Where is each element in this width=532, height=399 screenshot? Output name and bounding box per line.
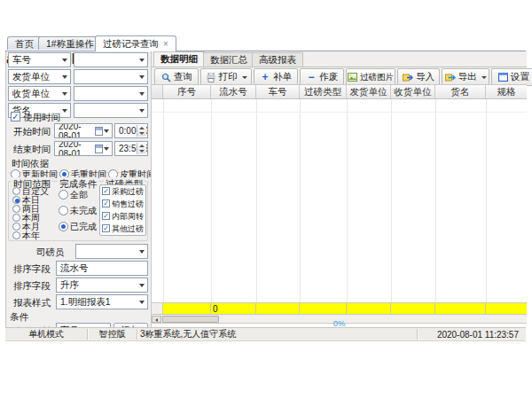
report-style-combo[interactable]: 1.明细报表1 — [56, 294, 148, 309]
sort-field-input[interactable]: 流水号 — [56, 261, 148, 276]
status-datetime-label: 2020-08-01 11:23:57 — [437, 330, 519, 340]
tab-home-label: 首页 — [15, 38, 34, 49]
col-receiver-unit-label: 收货单位 — [395, 86, 432, 98]
chevron-down-icon — [104, 129, 109, 133]
subtab-advanced-report[interactable]: 高级报表 — [252, 52, 303, 66]
col-sender-unit[interactable]: 发货单位 — [347, 85, 391, 98]
weigh-photo-button[interactable]: 过磅图片 — [346, 68, 395, 86]
col-spec[interactable]: 规格 — [486, 85, 527, 98]
void-button[interactable]: − 作废 — [300, 68, 344, 86]
printer-icon — [206, 72, 216, 82]
col-goods-name-label: 货名 — [451, 86, 470, 98]
range-week-radio[interactable] — [12, 214, 20, 222]
settings-label: 设置 — [511, 71, 529, 83]
status-edition-label: 智控版 — [99, 328, 126, 340]
finish-all-radio[interactable] — [59, 190, 68, 200]
start-time-label: 开始时间 — [13, 125, 51, 137]
type-other-checkbox[interactable]: ✓ — [102, 224, 110, 232]
minus-icon: − — [306, 72, 317, 82]
end-date-picker[interactable]: 2020-08-01 — [54, 141, 113, 156]
start-time-spinner[interactable]: 0:00:00 — [114, 123, 148, 138]
sender-unit-field-select[interactable]: 发货单位 — [8, 69, 71, 84]
type-sale-label: 销售过磅 — [112, 198, 144, 210]
subtab-data-summary[interactable]: 数据汇总 — [203, 52, 254, 66]
col-weigh-type[interactable]: 过磅类型 — [300, 85, 347, 98]
main-area: ateController 车号 发货单位 收货单位 货名 ✓ 使用时间 开始时… — [5, 51, 526, 327]
type-purchase-label: 采购过磅 — [112, 185, 144, 198]
sort-order-value: 升序 — [60, 279, 79, 292]
report-style-value: 1.明细报表1 — [60, 296, 111, 309]
chevron-down-icon — [139, 92, 145, 96]
subtab-advanced-report-label: 高级报表 — [259, 54, 296, 65]
summary-row: 0 — [152, 302, 527, 314]
end-date-value: 2020-08-01 — [59, 141, 94, 156]
receiver-unit-field-select[interactable]: 收货单位 — [8, 86, 71, 101]
status-system-label: 3称重系统,无人值守系统 — [140, 328, 236, 340]
type-internal-checkbox[interactable]: ✓ — [102, 212, 110, 220]
range-twodays-radio[interactable] — [12, 205, 20, 213]
chevron-down-icon — [242, 76, 247, 79]
row-indicator-header — [152, 85, 163, 98]
col-serial[interactable]: 序号 — [163, 85, 211, 98]
sort-order-combo[interactable]: 升序 — [56, 278, 148, 293]
supplement-button[interactable]: + 补单 — [254, 68, 298, 86]
close-icon[interactable]: × — [163, 39, 168, 49]
subtab-data-detail[interactable]: 数据明细 — [153, 51, 205, 66]
receiver-unit-value-combo[interactable] — [74, 86, 148, 101]
weigher-label: 司磅员 — [36, 246, 65, 258]
export-label: 导出 — [458, 71, 477, 83]
tab-weigh-record-query[interactable]: 过磅记录查询× — [95, 35, 176, 51]
goods-name-value-combo[interactable] — [74, 103, 148, 118]
finish-finished-radio[interactable] — [59, 222, 68, 231]
type-sale-checkbox[interactable]: ✓ — [102, 200, 110, 207]
main-tabstrip: 首页 1#称重操作 过磅记录查询× — [5, 35, 526, 51]
void-label: 作废 — [319, 71, 338, 83]
tab-home[interactable]: 首页 — [7, 36, 42, 50]
col-vehicle-no-label: 车号 — [269, 86, 287, 98]
col-goods-name[interactable]: 货名 — [435, 85, 486, 98]
col-spec-label: 规格 — [497, 86, 516, 98]
use-time-checkbox[interactable]: ✓ — [11, 112, 20, 121]
query-button[interactable]: 查询 — [154, 68, 199, 86]
col-receiver-unit[interactable]: 收货单位 — [391, 85, 435, 98]
calendar-icon — [95, 145, 103, 153]
summary-cell — [486, 303, 527, 314]
finish-unfinished-radio[interactable] — [59, 206, 68, 215]
summary-cell — [256, 303, 300, 314]
receiver-unit-field-label: 收货单位 — [12, 88, 50, 100]
vehicle-no-value-combo[interactable] — [74, 52, 148, 67]
table-header: 序号 流水号 车号 过磅类型 发货单位 收货单位 货名 规格 — [152, 84, 527, 99]
sender-unit-value-combo[interactable] — [74, 69, 148, 84]
status-mode-label: 单机模式 — [28, 328, 64, 340]
spinner-icon[interactable] — [137, 125, 146, 137]
range-year-radio[interactable] — [12, 231, 20, 239]
end-time-spinner[interactable]: 23:59:59 — [114, 141, 148, 156]
chevron-down-icon — [62, 59, 67, 62]
chevron-down-icon — [104, 147, 109, 151]
range-today-radio[interactable] — [12, 196, 20, 204]
tab-weighing-operation-label: 1#称重操作 — [46, 38, 94, 49]
type-purchase-checkbox[interactable]: ✓ — [102, 187, 110, 195]
print-button[interactable]: 打印 — [200, 68, 252, 86]
app-window: 首页 1#称重操作 过磅记录查询× ateController 车号 发货单位 … — [5, 35, 526, 341]
weigh-photo-label: 过磅图片 — [360, 72, 394, 83]
vehicle-no-field-label: 车号 — [12, 54, 31, 66]
vehicle-no-field-select[interactable]: 车号 — [8, 52, 71, 67]
weigher-combo[interactable] — [75, 244, 148, 259]
range-custom-radio[interactable] — [12, 187, 20, 195]
start-date-picker[interactable]: 2020-08-01 — [54, 123, 113, 138]
use-time-label: 使用时间 — [23, 111, 60, 123]
import-button[interactable]: 导入 — [397, 68, 440, 86]
chevron-down-icon — [139, 109, 145, 113]
range-year-label: 本年 — [22, 230, 40, 242]
spinner-icon[interactable] — [137, 143, 146, 154]
range-month-radio[interactable] — [12, 223, 20, 231]
table-body[interactable] — [152, 99, 527, 302]
col-flow-no[interactable]: 流水号 — [211, 85, 256, 98]
export-button[interactable]: 导出 — [442, 68, 489, 86]
settings-button[interactable]: 设置 — [491, 68, 532, 86]
tab-weighing-operation[interactable]: 1#称重操作 — [38, 36, 102, 50]
report-style-label: 报表样式 — [13, 296, 51, 309]
col-vehicle-no[interactable]: 车号 — [256, 85, 300, 98]
sort-field-label: 排序字段 — [13, 262, 51, 275]
